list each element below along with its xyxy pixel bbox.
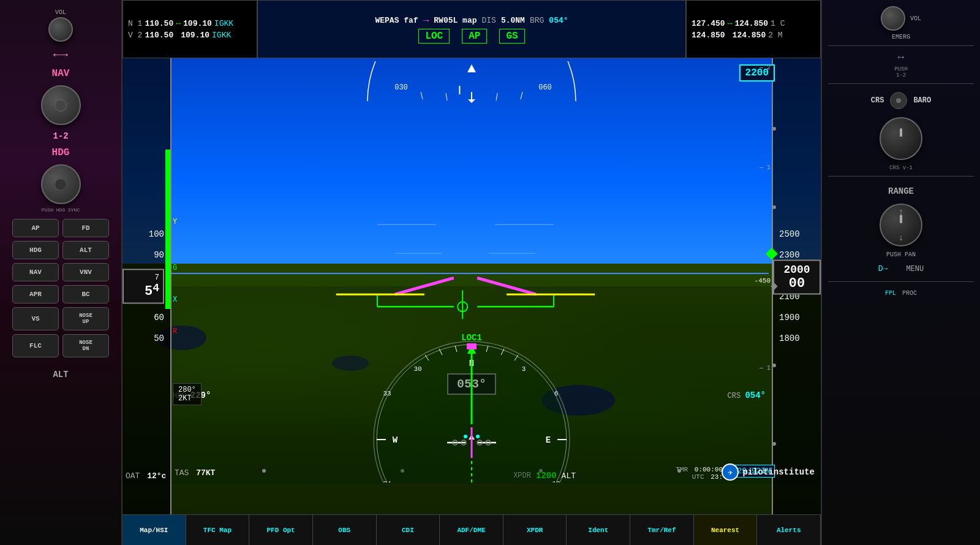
svg-line-4 [521, 92, 522, 99]
fpl-proc-row: FPL PROC [885, 290, 917, 297]
svg-text:060: 060 [538, 83, 552, 92]
tmr-info: TMR 0:00:00 UTC 23: [676, 466, 723, 481]
ap-button[interactable]: AP [12, 219, 59, 237]
wind-dir: 280° [178, 386, 196, 394]
alt-button[interactable]: ALT [62, 241, 109, 259]
left-panel: VOL ←→ NAV 1-2 HDG PUSH HDG SYNC AP FD H… [0, 0, 123, 545]
speed-label-r: R [173, 327, 177, 336]
svg-point-63 [476, 435, 480, 438]
menu-button[interactable]: MENU [906, 265, 924, 273]
center-nav-info: WEPAS faf → RW05L map DIS 5.0NM BRG 054°… [257, 0, 686, 58]
push-pan-label: PUSH PAN [886, 251, 916, 258]
range-arrow-dn: ↓ [899, 234, 903, 242]
direct-menu-row: D→ MENU [878, 264, 924, 273]
emerg-label: EMERG [892, 34, 910, 40]
baro-right-label: BARO [913, 96, 931, 105]
com1-label: 1 C [771, 19, 785, 28]
com2-active: 124.850 [692, 31, 725, 40]
bc-button[interactable]: BC [62, 285, 109, 303]
com2-standby: 124.850 [733, 31, 766, 40]
flc-button[interactable]: FLC [12, 334, 59, 357]
tas-display: TAS 77KT [175, 468, 215, 478]
nose-dn-button[interactable]: NOSEDN [62, 334, 109, 357]
speed-label-y: Y [173, 218, 177, 226]
softkey-pfd-opt[interactable]: PFD Opt [249, 515, 313, 545]
right-divider-1 [828, 45, 974, 46]
speed-current-box: 7 5 4 [123, 269, 164, 304]
softkey-tmr-ref[interactable]: Tmr/Ref [630, 515, 694, 545]
crs-info-right: CRS 054° [728, 390, 766, 401]
vnv-button[interactable]: VNV [62, 263, 109, 281]
nav-knob-inner [55, 99, 67, 112]
softkey-adf-dme[interactable]: ADF/DME [440, 515, 503, 545]
svg-text:W: W [393, 435, 398, 445]
com1-arrow: ↔ [728, 19, 733, 28]
gs-dot-1 [772, 127, 776, 131]
vs-button[interactable]: VS [12, 307, 59, 330]
svg-text:24: 24 [383, 480, 391, 482]
nav-knob[interactable] [41, 85, 81, 125]
hdg-knob-inner [55, 178, 67, 191]
hdg-button[interactable]: HDG [12, 241, 59, 259]
pfd-display: 030 060 100 90 80 70 60 50 7 [123, 58, 821, 514]
utc-val: 23: [710, 473, 723, 481]
nav-label: NAV [52, 68, 70, 79]
svg-rect-56 [467, 343, 477, 349]
softkey-alerts[interactable]: Alerts [757, 515, 821, 545]
svg-text:E: E [546, 435, 551, 445]
speed-100: 100 [149, 229, 164, 239]
apr-button[interactable]: APR [12, 285, 59, 303]
direct-button[interactable]: D→ [878, 264, 888, 273]
speed-50: 50 [154, 333, 164, 343]
svg-text:3: 3 [522, 365, 526, 373]
tas-val: 77KT [196, 468, 215, 478]
range-knob[interactable]: ↑ ↓ [880, 204, 922, 246]
alt-current-bottom: 00 [778, 276, 816, 291]
softkey-map-hsi[interactable]: Map/HSI [123, 515, 186, 545]
com2-row: 124.850 124.850 2 M [692, 31, 815, 40]
fd-button[interactable]: FD [62, 219, 109, 237]
right-panel: VOL EMERG ↔ PUSH1-2 CRS BARO CRS v-1 RAN… [821, 0, 980, 545]
alt-current-top: 2000 [778, 264, 816, 276]
hdg-label: HDG [52, 147, 70, 158]
oat-label: OAT [126, 471, 140, 481]
softkey-xpdr[interactable]: XPDR [503, 515, 567, 545]
wp-to: RW05L map [434, 16, 477, 25]
range-arrow-up: ↑ [899, 208, 903, 216]
svg-text:12: 12 [552, 480, 560, 482]
status-gs: GS [499, 29, 524, 44]
ap-button-grid: AP FD HDG ALT NAV VNV APR BC VS NOSEUP F… [3, 213, 118, 364]
crs-knob[interactable] [880, 117, 922, 160]
nav-button[interactable]: NAV [12, 263, 59, 281]
com2-label: 2 M [768, 31, 782, 40]
pilot-icon-symbol: ✈ [728, 467, 733, 478]
fpl-button[interactable]: FPL [885, 290, 896, 297]
crs-baro-row: CRS BARO [871, 92, 931, 109]
push-hdg-sync-label: PUSH HDG SYNC [42, 207, 80, 213]
softkey-ident[interactable]: Ident [567, 515, 630, 545]
vol-knob[interactable] [48, 17, 73, 42]
nose-up-button[interactable]: NOSEUP [62, 307, 109, 330]
nav1-row: N 1 110.50 ↔ 109.10 IGKK [128, 19, 252, 28]
tmr-val: 0:00:00 [695, 466, 723, 473]
hdg-knob[interactable] [41, 164, 81, 204]
softkey-tfc-map[interactable]: TFC Map [186, 515, 250, 545]
proc-button[interactable]: PROC [902, 290, 917, 297]
gs-scale [771, 127, 778, 446]
com1-row: 127.450 ↔ 124.850 1 C [692, 19, 815, 28]
softkey-nearest[interactable]: Nearest [694, 515, 758, 545]
tas-label: TAS [175, 468, 189, 478]
softkey-cdi[interactable]: CDI [377, 515, 440, 545]
pilot-institute-logo: ✈ pilotinstitute [722, 463, 815, 481]
right-vol-knob[interactable] [881, 6, 905, 31]
nav-arrow-row: ←→ [53, 48, 68, 62]
softkey-obs[interactable]: OBS [313, 515, 377, 545]
gs-dot-4 [772, 442, 776, 446]
top-nav-bar: N 1 110.50 ↔ 109.10 IGKK V 2 110.50 109.… [123, 0, 821, 58]
right-vol-row: VOL [881, 6, 921, 31]
alt-2500: 2500 [779, 229, 800, 239]
vs-tape: — 2 — 1 0 — 1 — 2 [753, 58, 772, 478]
svg-text:30: 30 [413, 365, 421, 373]
alt-1900: 1900 [779, 313, 800, 322]
nav-swap-button[interactable]: ←→ [53, 48, 68, 62]
